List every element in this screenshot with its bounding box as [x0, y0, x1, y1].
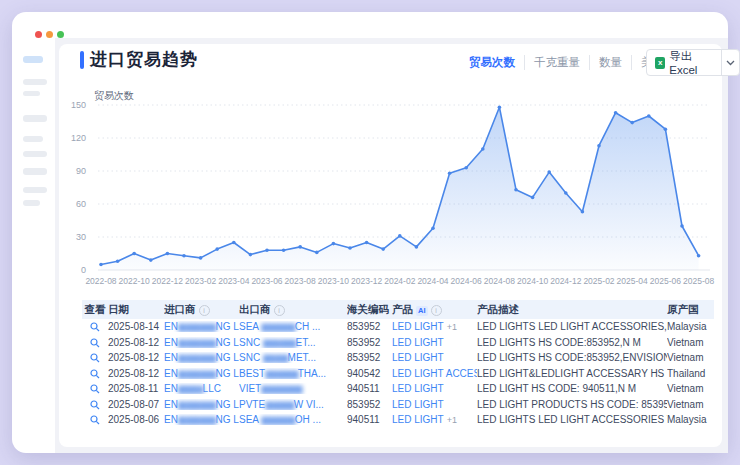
origin-cell: Thailand	[667, 368, 714, 379]
search-icon[interactable]	[90, 384, 100, 394]
export-excel-label: 导出Excel	[669, 49, 713, 76]
importer-link[interactable]: EN██ ███ ████NG L...	[164, 414, 239, 425]
description-cell: LED LIGHTS LED LIGHT ACCESSORIES,ENVISIO…	[477, 321, 667, 332]
product-link[interactable]: LED LIGHT	[392, 399, 444, 410]
description-cell: LED LIGHTS HS CODE:853952,ENVISIONLED	[477, 352, 667, 363]
sidebar-item[interactable]	[23, 91, 40, 96]
search-icon[interactable]	[90, 415, 100, 425]
importer-link[interactable]: EN██ ███ ████NG L...	[164, 368, 239, 379]
col-description: 产品描述	[477, 303, 667, 317]
hs-code-cell: 940542	[347, 368, 392, 379]
trade-records-table: 查看 日期 进口商i 出口商i 海关编码 产品AIi 产品描述 原产国 2025…	[82, 300, 714, 428]
date-cell: 2025-08-06	[108, 414, 164, 425]
tab-quantity[interactable]: 数量	[589, 55, 631, 70]
exporter-link[interactable]: SNC ███ ███MET...	[239, 352, 347, 363]
app-background: 进口贸易趋势 贸易次数 千克重量 数量 美元总价 x 导出Excel 贸易次数 …	[0, 0, 740, 465]
sidebar-item[interactable]	[23, 187, 47, 193]
col-view: 查看	[82, 303, 108, 317]
tab-kg-weight[interactable]: 千克重量	[524, 55, 589, 70]
table-row: 2025-08-12 EN██ ███ ████NG L... SNC ███ …	[82, 350, 714, 366]
info-icon[interactable]: i	[431, 305, 442, 316]
date-cell: 2025-08-11	[108, 383, 164, 394]
importer-link[interactable]: EN██ ███ ████NG L...	[164, 337, 239, 348]
origin-cell: Vietnam	[667, 352, 714, 363]
col-exporter: 出口商i	[239, 303, 347, 317]
origin-cell: Malaysia	[667, 321, 714, 332]
tab-trade-count[interactable]: 贸易次数	[460, 55, 524, 70]
exporter-link[interactable]: PVTE██ █████W VI...	[239, 399, 347, 410]
description-cell: LED LIGHT&LEDLIGHT ACCESSARY HS CODE: 94…	[477, 368, 667, 379]
product-link[interactable]: LED LIGHT	[392, 383, 444, 394]
table-row: 2025-08-11 EN█████ █LLC VIET███ ███████ …	[82, 381, 714, 397]
info-icon[interactable]: i	[199, 305, 210, 316]
title-accent-bar	[80, 51, 84, 69]
export-excel-button[interactable]: x 导出Excel	[647, 49, 721, 76]
info-icon[interactable]: i	[274, 305, 285, 316]
search-icon[interactable]	[90, 369, 100, 379]
product-link[interactable]: LED LIGHT	[392, 414, 444, 425]
page-title: 进口贸易趋势	[90, 48, 198, 71]
col-origin: 原产国	[667, 303, 714, 317]
hs-code-cell: 940511	[347, 414, 392, 425]
y-tick-label: 0	[56, 265, 86, 275]
y-tick-label: 120	[56, 133, 86, 143]
search-icon[interactable]	[90, 353, 100, 363]
table-row: 2025-08-12 EN██ ███ ████NG L... BEST███ …	[82, 366, 714, 382]
ai-badge: AI	[416, 306, 428, 316]
hs-code-cell: 853952	[347, 399, 392, 410]
col-hs-code: 海关编码	[347, 303, 392, 317]
y-tick-label: 90	[56, 166, 86, 176]
col-importer: 进口商i	[164, 303, 239, 317]
sidebar-item[interactable]	[23, 151, 47, 157]
search-icon[interactable]	[90, 400, 100, 410]
sidebar-item[interactable]	[23, 136, 43, 142]
exporter-link[interactable]: SNC ████ ████ET...	[239, 337, 347, 348]
product-link[interactable]: LED LIGHT ACCESSORY	[392, 368, 477, 379]
search-icon[interactable]	[90, 322, 100, 332]
table-header-row: 查看 日期 进口商i 出口商i 海关编码 产品AIi 产品描述 原产国	[82, 300, 714, 319]
window-zoom-icon[interactable]	[57, 31, 64, 38]
exporter-link[interactable]: BEST███ █████THA...	[239, 368, 347, 379]
window-close-icon[interactable]	[35, 31, 42, 38]
origin-cell: Vietnam	[667, 399, 714, 410]
product-link[interactable]: LED LIGHT	[392, 352, 444, 363]
product-extra-count: +1	[447, 322, 457, 332]
sidebar-item[interactable]	[23, 79, 47, 85]
y-tick-label: 150	[56, 100, 86, 110]
y-tick-label: 30	[56, 232, 86, 242]
product-link[interactable]: LED LIGHT	[392, 321, 444, 332]
sidebar-item[interactable]	[23, 168, 47, 175]
table-body: 2025-08-14 EN██ ███ ████NG L... SEA ███ …	[82, 319, 714, 428]
chevron-down-icon	[726, 60, 735, 66]
description-cell: LED LIGHTS HS CODE:853952,N M	[477, 337, 667, 348]
sidebar-item[interactable]	[23, 115, 47, 122]
product-link[interactable]: LED LIGHT	[392, 337, 444, 348]
trend-area-chart	[94, 100, 716, 285]
table-row: 2025-08-07 EN██ ███ ████NG L... PVTE██ █…	[82, 397, 714, 413]
exporter-link[interactable]: SEA ███ ████ █CH ...	[239, 321, 347, 332]
product-extra-count: +1	[447, 415, 457, 425]
origin-cell: Vietnam	[667, 383, 714, 394]
description-cell: LED LIGHT PRODUCTS HS CODE: 853952,NUWAT…	[477, 399, 667, 410]
date-cell: 2025-08-14	[108, 321, 164, 332]
y-tick-label: 60	[56, 199, 86, 209]
origin-cell: Vietnam	[667, 337, 714, 348]
origin-cell: Malaysia	[667, 414, 714, 425]
hs-code-cell: 853952	[347, 352, 392, 363]
date-cell: 2025-08-12	[108, 337, 164, 348]
date-cell: 2025-08-07	[108, 399, 164, 410]
col-date: 日期	[108, 303, 164, 317]
export-dropdown-button[interactable]	[721, 50, 739, 75]
importer-link[interactable]: EN██ ███ ████NG L...	[164, 321, 239, 332]
importer-link[interactable]: EN██ ███ ████NG L...	[164, 352, 239, 363]
hs-code-cell: 853952	[347, 321, 392, 332]
sidebar-item[interactable]	[23, 200, 40, 206]
window-minimize-icon[interactable]	[46, 31, 53, 38]
importer-link[interactable]: EN█████ █LLC	[164, 383, 239, 394]
exporter-link[interactable]: VIET███ ███████	[239, 383, 347, 394]
sidebar-item-active[interactable]	[23, 56, 43, 63]
exporter-link[interactable]: SEA ███ ████ █OH ...	[239, 414, 347, 425]
search-icon[interactable]	[90, 338, 100, 348]
export-split-button: x 导出Excel	[646, 49, 740, 76]
importer-link[interactable]: EN██ ███ ████NG L...	[164, 399, 239, 410]
